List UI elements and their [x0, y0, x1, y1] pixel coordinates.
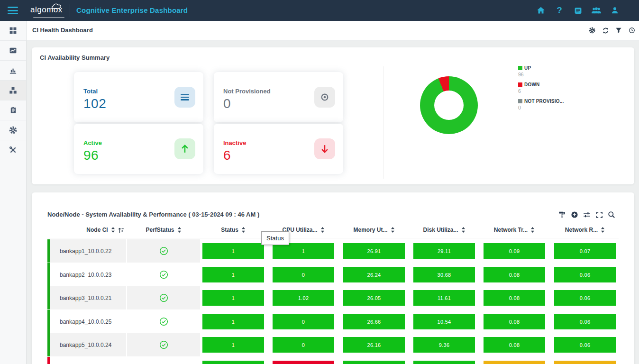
disk-cell[interactable]: 29.11 [413, 243, 475, 259]
sort-icon[interactable] [241, 227, 246, 233]
not-provisioned-card[interactable]: Not Provisioned 0 [214, 72, 343, 122]
inactive-card[interactable]: Inactive 6 [214, 124, 343, 174]
node-ci-cell[interactable]: bankapp3_10.0.0.21 [50, 286, 126, 309]
sidebar-item-tools[interactable] [0, 140, 26, 160]
settings-gear-icon[interactable] [588, 27, 596, 34]
sort-icon[interactable] [111, 227, 115, 233]
filter-icon[interactable] [615, 27, 622, 34]
cpu-cell[interactable]: 0 [273, 337, 334, 353]
help-icon[interactable]: ? [554, 5, 565, 16]
sidebar-item-analytics[interactable] [0, 61, 26, 81]
sort-icon[interactable] [177, 227, 182, 233]
memory-cell[interactable] [343, 361, 405, 364]
cpu-cell[interactable]: 0 [273, 267, 334, 282]
status-cell[interactable]: 1 [202, 337, 264, 353]
network-rx-cell[interactable]: 0.06 [554, 290, 616, 306]
table-row[interactable]: bankapp1_10.0.0.22 1 1 26.91 29.11 0.09 … [47, 239, 619, 263]
history-clock-icon[interactable] [628, 27, 636, 34]
sidebar-item-settings[interactable] [0, 120, 26, 140]
table-row[interactable]: bankapp4_10.0.0.25 1 0 26.66 10.54 0.08 … [47, 310, 619, 333]
sidebar-item-topology[interactable] [0, 81, 26, 100]
node-ci-cell[interactable]: bankapp5_10.0.0.24 [50, 333, 126, 356]
table-row[interactable]: bankapp2_10.0.0.23 1 0 26.24 30.68 0.08 … [47, 263, 619, 286]
sidebar-item-reports[interactable] [0, 100, 26, 120]
arrow-down-icon[interactable] [314, 138, 335, 159]
network-rx-cell[interactable]: 0.07 [554, 243, 616, 259]
expand-icon[interactable] [595, 211, 603, 218]
status-cell[interactable]: 1 [202, 267, 264, 282]
network-tx-cell[interactable]: 0.08 [484, 267, 545, 282]
legend-item-down[interactable]: DOWN 6 [518, 82, 564, 94]
disk-cell[interactable] [413, 361, 475, 364]
network-tx-cell[interactable]: 0.09 [484, 243, 545, 259]
perfstatus-cell[interactable] [127, 333, 200, 356]
network-rx-cell[interactable]: 0.06 [554, 314, 616, 329]
perfstatus-cell[interactable] [127, 310, 200, 333]
memory-cell[interactable]: 26.05 [343, 290, 405, 306]
cpu-cell[interactable]: 1.02 [273, 290, 334, 306]
paint-roller-icon[interactable] [558, 211, 566, 218]
network-tx-cell[interactable]: 0.08 [484, 314, 545, 329]
status-cell[interactable]: 1 [202, 243, 264, 259]
memory-cell[interactable]: 26.16 [343, 337, 405, 353]
network-rx-cell[interactable]: 0.06 [554, 337, 616, 353]
status-cell[interactable]: 1 [202, 314, 264, 329]
perfstatus-cell[interactable] [127, 239, 200, 263]
user-icon[interactable] [610, 5, 620, 16]
memory-cell[interactable]: 26.24 [343, 267, 405, 282]
table-row[interactable]: bankapp5_10.0.0.24 1 0 26.16 9.36 0.08 0… [47, 333, 619, 356]
refresh-icon[interactable] [602, 27, 609, 34]
sort-icon[interactable] [391, 227, 395, 233]
arrow-up-icon[interactable] [174, 138, 195, 159]
network-rx-cell[interactable] [554, 361, 616, 364]
node-ci-cell[interactable]: bankapp2_10.0.0.23 [50, 263, 126, 286]
network-tx-cell[interactable]: 0.08 [484, 290, 545, 306]
cpu-cell[interactable]: 1 [273, 243, 334, 259]
form-icon[interactable] [573, 5, 583, 16]
node-ci-cell[interactable]: bankapp4_10.0.0.25 [50, 310, 126, 333]
table-row[interactable] [47, 357, 619, 364]
network-rx-cell[interactable]: 0.06 [554, 267, 616, 282]
network-tx-cell[interactable]: 0.08 [484, 337, 545, 353]
dot-circle-icon[interactable] [314, 87, 335, 108]
column-header-network-rx[interactable]: Network R... [554, 222, 616, 238]
network-tx-cell[interactable] [484, 361, 545, 364]
disk-cell[interactable]: 10.54 [413, 314, 475, 329]
app-logo[interactable]: algomox [30, 2, 68, 19]
perfstatus-cell[interactable] [127, 263, 200, 286]
status-cell[interactable] [202, 361, 264, 364]
hamburger-menu-icon[interactable] [8, 7, 18, 14]
status-cell[interactable]: 1 [202, 290, 264, 306]
sort-icon[interactable] [530, 227, 535, 233]
sort-icon[interactable] [601, 227, 605, 233]
sidebar-item-dashboard[interactable] [0, 21, 26, 41]
memory-cell[interactable]: 26.91 [343, 243, 405, 259]
perfstatus-cell[interactable] [127, 357, 200, 364]
column-header-memory[interactable]: Memory Ut... [343, 222, 405, 238]
legend-item-not-provisioned[interactable]: NOT PROVISIO... 0 [518, 99, 564, 110]
sidebar-item-performance[interactable] [0, 41, 26, 61]
legend-item-up[interactable]: UP 96 [518, 65, 564, 77]
active-card[interactable]: Active 96 [74, 124, 203, 174]
sliders-icon[interactable] [583, 211, 591, 218]
availability-donut-chart[interactable] [420, 76, 478, 134]
users-icon[interactable] [591, 5, 602, 16]
memory-cell[interactable]: 26.66 [343, 314, 405, 329]
perfstatus-cell[interactable] [127, 286, 200, 309]
column-header-status[interactable]: Status [202, 222, 264, 238]
column-header-perfstatus[interactable]: PerfStatus [127, 222, 200, 238]
node-ci-cell[interactable]: bankapp1_10.0.0.22 [50, 239, 126, 263]
total-card[interactable]: Total 102 [74, 72, 203, 122]
disk-cell[interactable]: 30.68 [413, 267, 475, 282]
cpu-cell[interactable] [273, 361, 334, 364]
menu-lines-icon[interactable] [174, 87, 195, 108]
table-row[interactable]: bankapp3_10.0.0.21 1 1.02 26.05 11.61 0.… [47, 286, 619, 309]
disk-cell[interactable]: 9.36 [413, 337, 475, 353]
column-header-network-tx[interactable]: Network Tr... [484, 222, 545, 238]
cpu-cell[interactable]: 0 [273, 314, 334, 329]
home-icon[interactable] [536, 5, 546, 16]
sort-icon[interactable] [320, 227, 325, 233]
plus-circle-icon[interactable] [571, 211, 578, 218]
sort-icon[interactable] [461, 227, 466, 233]
column-header-disk[interactable]: Disk Utiliza... [413, 222, 475, 238]
